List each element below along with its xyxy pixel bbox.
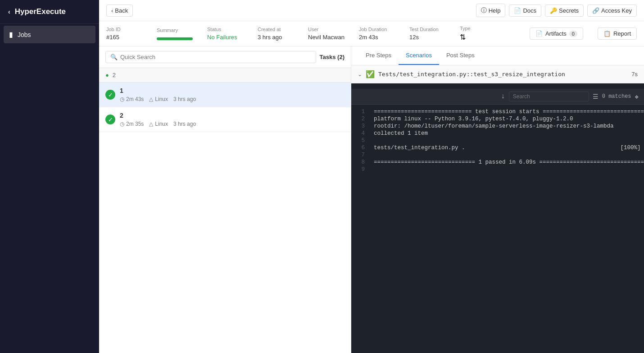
content-area: 🔍 Tasks (2) ● 2 ✓ 1 ◷ 2m 43s — [99, 46, 644, 353]
secrets-label: Secrets — [559, 7, 579, 14]
docs-button[interactable]: 📄 Docs — [509, 5, 541, 17]
check-circle-icon: ● — [105, 72, 109, 78]
match-count: 0 matches — [602, 93, 631, 100]
search-input[interactable] — [120, 54, 311, 60]
line-content: tests/test_integration.py . [100%] — [374, 145, 641, 151]
summary-field: Summary — [157, 28, 193, 40]
sidebar-collapse-button[interactable]: ‹ — [8, 8, 10, 15]
app-logo: ‹ HyperExecute — [0, 0, 99, 24]
terminal-line: 7 — [351, 151, 644, 159]
expand-icon[interactable]: ❖ — [635, 93, 639, 101]
docs-icon: 📄 — [514, 7, 521, 14]
terminal-line: 3rootdir: /home/ltuser/foreman/sample-se… — [351, 123, 644, 130]
tabs: Pre Steps Scenarios Post Steps — [351, 46, 644, 65]
access-key-button[interactable]: 🔗 Access Key — [587, 5, 637, 17]
task-group-count: 2 — [113, 72, 116, 78]
terminal-line: 1============================= test sess… — [351, 108, 644, 115]
terminal-toolbar: ↓ ☰ 0 matches ❖ — [351, 89, 644, 105]
job-duration-value: 2m 43s — [359, 34, 395, 41]
artifacts-count: 0 — [569, 31, 577, 37]
line-number: 1 — [351, 109, 374, 115]
terminal-line: 2platform linux -- Python 3.9.16, pytest… — [351, 115, 644, 123]
artifacts-file-icon: 📄 — [535, 30, 543, 37]
access-key-label: Access Key — [601, 7, 632, 14]
line-number: 9 — [351, 166, 374, 173]
sidebar-item-jobs[interactable]: ▮ Jobs — [4, 26, 95, 43]
tab-post-steps[interactable]: Post Steps — [439, 46, 482, 65]
line-content: ============================== 1 passed … — [374, 159, 644, 165]
task-check-icon: ✓ — [105, 90, 115, 100]
status-value: No Failures — [207, 34, 243, 41]
terminal-area: ↓ ☰ 0 matches ❖ 1=======================… — [351, 83, 644, 353]
clock-icon: ◷ — [120, 121, 124, 127]
task-os: △ Linux — [149, 121, 168, 127]
user-value: Nevil Macwan — [308, 34, 345, 41]
job-id-field: Job ID #165 — [106, 27, 142, 41]
created-value: 3 hrs ago — [258, 34, 294, 41]
artifacts-button[interactable]: 📄 Artifacts 0 — [530, 28, 583, 40]
terminal-search-input[interactable] — [513, 93, 585, 100]
chevron-down-icon[interactable]: ⌄ — [358, 71, 362, 78]
success-icon: ✅ — [366, 70, 375, 78]
report-icon: 📋 — [603, 30, 611, 37]
link-icon: 🔗 — [592, 7, 599, 14]
back-label: Back — [115, 7, 128, 14]
task-item[interactable]: ✓ 2 ◷ 2m 35s △ Linux 3 hrs ago — [99, 107, 351, 132]
scenario-duration: 7s — [631, 71, 638, 78]
task-name: 1 — [120, 87, 345, 94]
report-label: Report — [613, 30, 631, 37]
type-label: Type — [460, 26, 496, 31]
test-duration-value: 12s — [409, 34, 445, 41]
test-duration-field: Test Duration 12s — [409, 27, 445, 41]
status-label: Status — [207, 27, 243, 32]
tab-pre-steps[interactable]: Pre Steps — [358, 46, 399, 65]
clock-icon: ◷ — [120, 96, 124, 102]
type-field: Type ⇅ — [460, 26, 496, 41]
line-content: platform linux -- Python 3.9.16, pytest-… — [374, 116, 573, 122]
task-check-icon: ✓ — [105, 115, 115, 124]
sidebar: ‹ HyperExecute ▮ Jobs — [0, 0, 99, 353]
task-time-ago: 3 hrs ago — [173, 96, 196, 102]
task-group-header: ● 2 — [99, 68, 351, 83]
job-duration-label: Job Duration — [359, 27, 395, 32]
secrets-button[interactable]: 🔑 Secrets — [545, 5, 584, 17]
type-icon: ⇅ — [460, 33, 496, 41]
docs-label: Docs — [523, 7, 536, 14]
help-label: Help — [489, 7, 501, 14]
terminal-line: 6tests/test_integration.py . [100%] — [351, 144, 644, 151]
line-number: 5 — [351, 138, 374, 144]
search-box[interactable]: 🔍 — [105, 51, 316, 63]
scenario-name: Tests/test_integration.py::test_s3_resiz… — [378, 71, 628, 78]
report-button[interactable]: 📋 Report — [598, 28, 637, 40]
topbar-right: ⓘ Help 📄 Docs 🔑 Secrets 🔗 Access Key — [476, 4, 637, 17]
terminal-lines: 1============================= test sess… — [351, 105, 644, 177]
task-duration: ◷ 2m 43s — [120, 96, 144, 102]
line-number: 4 — [351, 130, 374, 137]
tasks-count: Tasks (2) — [320, 54, 345, 60]
terminal-search-box[interactable] — [509, 92, 589, 101]
tab-scenarios[interactable]: Scenarios — [399, 46, 439, 65]
task-name: 2 — [120, 112, 345, 119]
key-icon: 🔑 — [550, 7, 557, 14]
terminal-line: 4collected 1 item — [351, 130, 644, 137]
main-content: ‹ Back ⓘ Help 📄 Docs 🔑 Secrets 🔗 Access … — [99, 0, 644, 353]
summary-progress-bar — [157, 37, 193, 40]
chevron-left-icon: ‹ — [111, 7, 113, 14]
line-number: 3 — [351, 123, 374, 129]
line-number: 2 — [351, 116, 374, 122]
summary-label: Summary — [157, 28, 193, 33]
task-time-ago: 3 hrs ago — [173, 121, 196, 127]
back-button[interactable]: ‹ Back — [106, 5, 133, 17]
terminal-line: 9 — [351, 166, 644, 173]
task-os: △ Linux — [149, 96, 168, 102]
download-icon[interactable]: ↓ — [501, 92, 505, 101]
help-button[interactable]: ⓘ Help — [476, 4, 506, 17]
help-icon: ⓘ — [481, 6, 487, 14]
linux-icon: △ — [149, 121, 153, 127]
task-item[interactable]: ✓ 1 ◷ 2m 43s △ Linux 3 hrs ago — [99, 83, 351, 107]
task-meta: ◷ 2m 35s △ Linux 3 hrs ago — [120, 121, 345, 127]
topbar-left: ‹ Back — [106, 5, 133, 17]
line-number: 6 — [351, 145, 374, 151]
task-info: 2 ◷ 2m 35s △ Linux 3 hrs ago — [120, 112, 345, 127]
job-id-value: #165 — [106, 34, 142, 41]
